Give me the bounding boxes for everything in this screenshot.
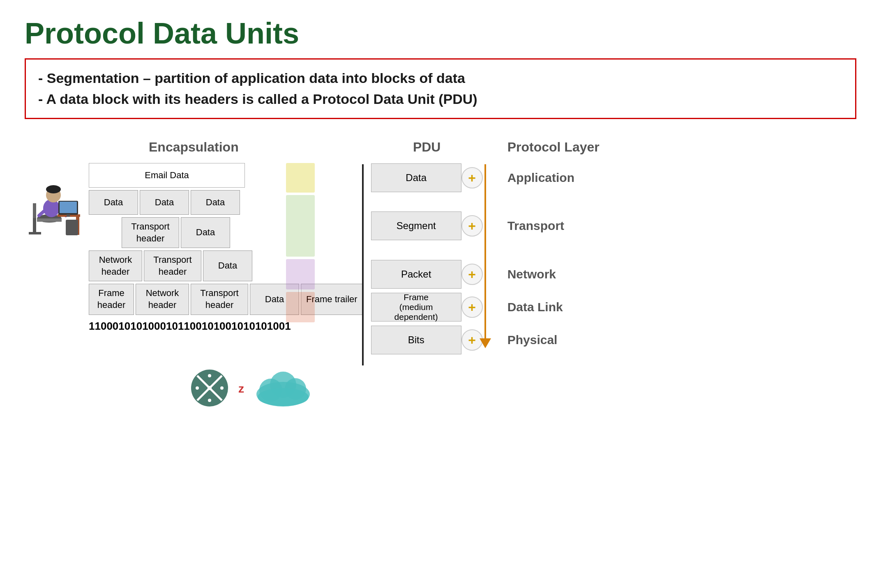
svg-rect-5	[33, 203, 36, 218]
svg-point-8	[46, 185, 61, 193]
layer-datalink: Data Link	[507, 292, 600, 322]
diagram-wrapper: Encapsulation	[25, 140, 856, 355]
encap-row-network: Network header Transport header Data	[89, 250, 363, 281]
pdu-item-data: Data +	[371, 163, 483, 193]
svg-point-24	[208, 399, 211, 402]
pdu-item-bits: Bits +	[371, 325, 483, 355]
plus-button-segment[interactable]: +	[461, 215, 483, 237]
svg-point-21	[196, 386, 199, 390]
cell-transport-header-3: Transport header	[191, 284, 248, 315]
pdu-item-segment: Segment +	[371, 195, 483, 257]
cloud-icon	[252, 368, 314, 410]
encap-row-frame: Frame header Network header Transport he…	[89, 284, 363, 315]
pdu-column: PDU Data + Segment + Packet	[371, 140, 483, 355]
pdu-items: Data + Segment + Packet + Frame(mediumde…	[371, 163, 483, 355]
pdu-box-data: Data	[371, 163, 461, 192]
layer-label-network: Network	[507, 267, 556, 281]
cell-data-3: Data	[191, 190, 240, 215]
pdu-box-frame: Frame(mediumdependent)	[371, 293, 461, 322]
cell-transport-header-2: Transport header	[144, 250, 201, 281]
cell-data-1: Data	[89, 190, 138, 215]
cell-data-2: Data	[140, 190, 189, 215]
cell-frame-header: Frame header	[89, 284, 134, 315]
bottom-icons: z	[189, 368, 856, 410]
encap-row-transport: Transport header Data	[122, 217, 363, 248]
layer-label-datalink: Data Link	[507, 300, 563, 314]
page-title: Protocol Data Units	[25, 16, 856, 50]
plus-button-data[interactable]: +	[461, 167, 483, 188]
encapsulation-header: Encapsulation	[149, 140, 239, 155]
cell-transport-header-1: Transport header	[122, 217, 179, 248]
svg-rect-14	[60, 202, 77, 213]
protocol-layer-column: Protocol Layer Application Transport Net…	[507, 140, 600, 355]
encap-row-data3: Data Data Data	[89, 190, 363, 215]
network-device-icon	[189, 368, 230, 410]
svg-point-23	[208, 374, 211, 377]
cell-network-header-2: Network header	[136, 284, 189, 315]
svg-point-22	[220, 386, 224, 390]
svg-rect-16	[66, 220, 78, 235]
svg-rect-1	[29, 232, 41, 234]
encap-row-email: Email Data	[89, 163, 363, 188]
pdu-column-header: PDU	[413, 140, 441, 155]
pdu-item-packet: Packet +	[371, 259, 483, 289]
binary-text: 1100010101000101100101001010101001	[89, 320, 363, 333]
svg-rect-3	[37, 218, 62, 222]
pdu-item-frame: Frame(mediumdependent) +	[371, 292, 483, 322]
z-label: z	[238, 382, 244, 395]
cell-data-n: Data	[203, 250, 252, 281]
svg-rect-15	[67, 214, 70, 217]
protocol-layer-header: Protocol Layer	[507, 140, 600, 155]
encap-rows: Email Data Data Data Data Transport head…	[89, 163, 363, 333]
intro-box: - Segmentation – partition of applicatio…	[25, 58, 856, 119]
layer-label-physical: Physical	[507, 333, 558, 347]
layer-physical: Physical	[507, 325, 600, 355]
layer-label-application: Application	[507, 171, 574, 185]
pdu-box-bits: Bits	[371, 326, 461, 354]
cell-data-t: Data	[181, 217, 230, 248]
pdu-box-segment: Segment	[371, 211, 461, 240]
pdu-box-packet: Packet	[371, 260, 461, 289]
cell-email-data: Email Data	[89, 163, 245, 188]
intro-line1: - Segmentation – partition of applicatio…	[38, 68, 843, 89]
encapsulation-column: Encapsulation	[25, 140, 363, 333]
person-icon	[25, 171, 82, 239]
plus-button-packet[interactable]: +	[461, 264, 483, 285]
layer-application: Application	[507, 163, 600, 193]
svg-point-20	[208, 386, 212, 390]
cell-network-header: Network header	[89, 250, 142, 281]
layer-label-transport: Transport	[507, 219, 564, 233]
svg-point-29	[258, 388, 309, 406]
layer-transport: Transport	[507, 195, 600, 257]
plus-button-frame[interactable]: +	[461, 296, 483, 318]
intro-line2: - A data block with its headers is calle…	[38, 89, 843, 110]
layer-network: Network	[507, 259, 600, 289]
